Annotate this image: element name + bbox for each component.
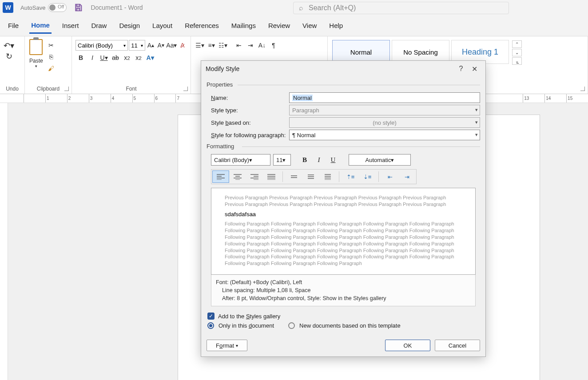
onehalf-space-button[interactable] (302, 170, 319, 183)
paste-icon (29, 39, 43, 55)
increase-indent-button[interactable]: ⇥ (246, 40, 255, 50)
tab-references[interactable]: References (183, 18, 221, 33)
font-name-combo[interactable]: Calibri (Body)▾ (75, 40, 128, 51)
space-before-up-button[interactable]: ⇡≡ (342, 170, 359, 183)
vertical-ruler[interactable] (0, 103, 8, 380)
toggle-switch[interactable]: Off (48, 3, 67, 12)
only-doc-radio[interactable] (207, 322, 214, 329)
formatting-header: Formatting (207, 143, 480, 150)
underline-button[interactable]: U▾ (99, 53, 109, 63)
decrease-indent-button[interactable]: ⇤ (234, 40, 244, 50)
tab-review[interactable]: Review (266, 18, 292, 33)
autosave-toggle[interactable]: AutoSave Off (20, 3, 67, 12)
autosave-label: AutoSave (20, 4, 45, 11)
italic-button[interactable]: I (87, 53, 97, 63)
format-button[interactable]: Format (207, 340, 247, 351)
bullets-button[interactable]: ☰▾ (195, 40, 205, 50)
redo-button[interactable]: ↻ (4, 51, 14, 61)
single-space-button[interactable] (286, 170, 302, 183)
document-title: Document1 - Word (91, 4, 143, 11)
fmt-font-combo[interactable]: Calibri (Body)▾ (211, 154, 270, 166)
tab-view[interactable]: View (301, 18, 318, 33)
styles-down-icon[interactable]: ⌄ (512, 49, 522, 56)
alignment-toolbar: ⇡≡ ⇣≡ ⇤ ⇥ (211, 169, 417, 184)
menu-tabs: File Home Insert Draw Design Layout Refe… (0, 15, 588, 36)
font-size-combo[interactable]: 11▾ (129, 40, 145, 51)
cancel-button[interactable]: Cancel (435, 340, 480, 351)
dialog-title: Modify Style (206, 65, 454, 72)
ok-button[interactable]: OK (385, 340, 430, 351)
fmt-underline-button[interactable]: U (327, 154, 339, 166)
clear-format-icon[interactable]: A̷ (178, 40, 187, 50)
save-icon[interactable] (74, 3, 83, 12)
description-box: Font: (Default) +Body (Calibri), Left Li… (211, 275, 476, 306)
shrink-font-icon[interactable]: A▾ (157, 40, 165, 50)
word-icon: W (3, 2, 13, 13)
properties-header: Properties (207, 81, 480, 88)
align-left-button[interactable] (212, 170, 229, 183)
fmt-bold-button[interactable]: B (299, 154, 310, 166)
tab-file[interactable]: File (6, 18, 20, 33)
group-clipboard: Paste ▾ ✂ ⎘ 🖌 Clipboard (25, 36, 72, 94)
cut-button[interactable]: ✂ (46, 40, 56, 50)
sample-text: sdafsdafsaa (225, 210, 462, 218)
search-box[interactable]: ⌕ Search (Alt+Q) (293, 2, 509, 14)
numbering-button[interactable]: ≡▾ (207, 40, 216, 50)
basedon-label: Style based on: (211, 119, 289, 126)
add-gallery-label: Add to the Styles gallery (218, 313, 280, 320)
multilevel-button[interactable]: ☷▾ (218, 40, 228, 50)
space-before-down-button[interactable]: ⇣≡ (359, 170, 376, 183)
group-font: Calibri (Body)▾ 11▾ A▴ A▾ Aa▾ A̷ B I U▾ … (72, 36, 191, 94)
grow-font-icon[interactable]: A▴ (147, 40, 155, 50)
strike-button[interactable]: ab (111, 53, 120, 63)
styles-up-icon[interactable]: ⌃ (512, 40, 522, 48)
dialog-titlebar[interactable]: Modify Style ? ✕ (201, 61, 485, 77)
close-button[interactable]: ✕ (468, 65, 481, 73)
prev-text: Previous Paragraph Previous Paragraph Pr… (225, 194, 462, 208)
name-input[interactable]: Normal (289, 92, 480, 103)
align-justify-button[interactable] (263, 170, 280, 183)
new-docs-radio[interactable] (288, 322, 295, 329)
superscript-button[interactable]: x2 (134, 53, 143, 63)
subscript-button[interactable]: x2 (122, 53, 132, 63)
fmt-color-combo[interactable]: Automatic▾ (349, 154, 411, 166)
text-effects-button[interactable]: A▾ (145, 53, 155, 63)
font-launcher-icon[interactable] (183, 87, 188, 91)
group-label-font: Font (72, 86, 191, 92)
preview-box: Previous Paragraph Previous Paragraph Pr… (211, 188, 476, 275)
tab-home[interactable]: Home (29, 18, 52, 34)
double-space-button[interactable] (319, 170, 336, 183)
tab-draw[interactable]: Draw (89, 18, 108, 33)
styles-more-icon[interactable]: ⌄̲ (512, 57, 522, 65)
fmt-italic-button[interactable]: I (313, 154, 325, 166)
bold-button[interactable]: B (76, 53, 86, 63)
styletype-label: Style type: (211, 107, 289, 114)
show-marks-button[interactable]: ¶ (269, 40, 278, 50)
fmt-size-combo[interactable]: 11▾ (273, 154, 291, 166)
group-label-undo: Undo (0, 86, 24, 92)
paste-button[interactable]: Paste ▾ (28, 38, 44, 74)
help-button[interactable]: ? (454, 65, 468, 73)
tab-insert[interactable]: Insert (60, 18, 81, 33)
search-placeholder: Search (Alt+Q) (309, 4, 356, 12)
add-gallery-checkbox[interactable]: ✓ (207, 313, 215, 320)
format-painter-button[interactable]: 🖌 (46, 63, 56, 73)
align-right-button[interactable] (246, 170, 263, 183)
tab-layout[interactable]: Layout (151, 18, 174, 33)
following-combo[interactable]: ¶ Normal▾ (289, 130, 480, 140)
decrease-indent-dlg-button[interactable]: ⇤ (381, 170, 398, 183)
tab-design[interactable]: Design (117, 18, 142, 33)
modify-style-dialog: Modify Style ? ✕ Properties Name: Normal… (201, 60, 486, 357)
styles-launcher-icon[interactable] (580, 87, 585, 91)
increase-indent-dlg-button[interactable]: ⇥ (398, 170, 415, 183)
clipboard-launcher-icon[interactable] (64, 87, 69, 91)
copy-button[interactable]: ⎘ (46, 52, 56, 62)
tab-mailings[interactable]: Mailings (230, 18, 258, 33)
change-case-icon[interactable]: Aa▾ (167, 40, 176, 50)
search-icon: ⌕ (299, 4, 303, 12)
basedon-combo: (no style)▾ (289, 117, 480, 128)
align-center-button[interactable] (229, 170, 246, 183)
sort-button[interactable]: A↓ (257, 40, 267, 50)
undo-button[interactable]: ↶▾ (4, 41, 14, 51)
tab-help[interactable]: Help (327, 18, 345, 33)
